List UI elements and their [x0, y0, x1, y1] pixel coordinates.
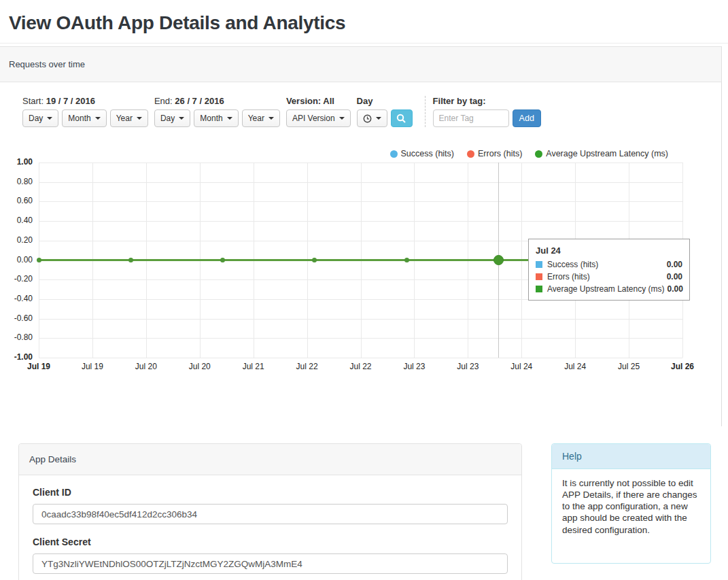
client-id-label: Client ID	[33, 487, 508, 498]
chevron-down-icon	[95, 117, 101, 120]
tooltip-label: Average Upstream Latency (ms)	[547, 284, 665, 294]
tag-filter-group: Filter by tag: Add	[433, 96, 541, 127]
start-date-value: 19 / 7 / 2016	[46, 96, 95, 106]
tag-filter-label: Filter by tag:	[433, 96, 541, 106]
chart-tooltip: Jul 24 Success (hits)0.00 Errors (hits)0…	[528, 239, 690, 301]
data-point[interactable]	[493, 255, 504, 265]
data-point[interactable]	[404, 258, 409, 262]
granularity-group: Day	[357, 96, 413, 127]
tooltip-date: Jul 24	[536, 245, 682, 256]
client-id-field[interactable]	[33, 504, 508, 524]
chevron-down-icon	[376, 117, 381, 120]
client-secret-field[interactable]	[33, 553, 508, 574]
help-panel-header: Help	[552, 444, 710, 469]
y-tick-label: -0.60	[0, 313, 33, 323]
y-tick-label: 0.60	[0, 196, 33, 205]
chart-legend: Success (hits) Errors (hits) Average Ups…	[0, 149, 668, 158]
title-divider	[0, 43, 728, 44]
clock-icon	[363, 114, 372, 123]
chevron-down-icon	[339, 117, 345, 120]
end-month-label: Month	[200, 114, 222, 123]
granularity-dropdown[interactable]	[357, 109, 387, 127]
start-day-dropdown[interactable]: Day	[22, 109, 58, 127]
start-month-dropdown[interactable]: Month	[62, 109, 106, 127]
x-tick-label: Jul 25	[618, 362, 640, 371]
start-label-text: Start:	[22, 96, 44, 106]
start-year-dropdown[interactable]: Year	[110, 109, 148, 127]
start-date-label: Start: 19 / 7 / 2016	[22, 96, 148, 106]
end-day-label: Day	[160, 114, 175, 123]
api-version-dropdown[interactable]: API Version	[286, 109, 351, 127]
y-tick-label: -0.20	[0, 274, 33, 284]
search-button[interactable]	[391, 109, 413, 127]
y-tick-label: 0.40	[0, 216, 33, 225]
y-tick-label: 1.00	[0, 157, 33, 167]
end-month-dropdown[interactable]: Month	[194, 109, 238, 127]
x-tick-label: Jul 24	[510, 362, 532, 371]
x-tick-label: Jul 24	[564, 362, 586, 371]
legend-item-errors: Errors (hits)	[467, 149, 522, 158]
y-tick-label: -1.00	[0, 352, 33, 362]
version-group: Version: All API Version	[286, 96, 351, 127]
tooltip-label: Success (hits)	[547, 260, 664, 269]
legend-label: Errors (hits)	[478, 149, 522, 158]
y-tick-label: 0.80	[0, 177, 33, 186]
end-date-group: End: 26 / 7 / 2016 Day Month Year	[154, 96, 280, 127]
end-label-text: End:	[154, 96, 173, 106]
help-panel: Help It is currently not possible to edi…	[551, 443, 711, 564]
x-tick-label: Jul 21	[243, 362, 264, 371]
y-tick-label: -0.80	[0, 332, 33, 342]
version-label: Version: All	[286, 96, 351, 106]
chevron-down-icon	[268, 117, 274, 120]
app-details-body: Client ID Client Secret	[19, 475, 521, 580]
x-tick-label: Jul 22	[296, 362, 318, 371]
plot-area: Jul 24 Success (hits)0.00 Errors (hits)0…	[39, 163, 682, 358]
tooltip-row-latency: Average Upstream Latency (ms)0.00	[536, 284, 682, 294]
success-legend-dot-icon	[390, 150, 398, 158]
granularity-label: Day	[357, 96, 413, 106]
chevron-down-icon	[47, 117, 52, 120]
tooltip-value: 0.00	[667, 260, 682, 269]
latency-swatch-icon	[536, 286, 542, 292]
chevron-down-icon	[137, 117, 142, 120]
end-date-value: 26 / 7 / 2016	[175, 96, 224, 106]
client-secret-label: Client Secret	[33, 536, 508, 547]
latency-legend-dot-icon	[535, 150, 542, 158]
help-panel-text: It is currently not possible to edit APP…	[552, 469, 710, 563]
data-point[interactable]	[220, 258, 225, 262]
legend-label: Success (hits)	[401, 149, 455, 158]
end-day-dropdown[interactable]: Day	[154, 109, 190, 127]
start-day-label: Day	[29, 114, 43, 123]
requests-panel-body: Start: 19 / 7 / 2016 Day Month Year End:…	[0, 82, 722, 426]
legend-item-success: Success (hits)	[390, 149, 455, 158]
success-swatch-icon	[536, 261, 542, 268]
data-point[interactable]	[312, 258, 317, 262]
x-tick-label: Jul 23	[403, 362, 425, 371]
tooltip-row-errors: Errors (hits)0.00	[536, 272, 682, 282]
app-details-header: App Details	[19, 444, 521, 475]
start-month-label: Month	[68, 114, 90, 123]
x-tick-label: Jul 23	[457, 362, 479, 371]
y-tick-label: 0.20	[0, 235, 33, 245]
tag-input[interactable]	[433, 109, 509, 127]
x-tick-label: Jul 20	[189, 362, 211, 371]
end-year-label: Year	[248, 114, 264, 123]
add-tag-button[interactable]: Add	[513, 109, 541, 127]
tooltip-value: 0.00	[668, 284, 683, 294]
errors-swatch-icon	[536, 273, 542, 280]
requests-over-time-panel: Requests over time Start: 19 / 7 / 2016 …	[0, 46, 722, 426]
data-point[interactable]	[128, 258, 133, 262]
legend-item-latency: Average Upstream Latency (ms)	[535, 149, 668, 158]
requests-panel-header: Requests over time	[0, 46, 722, 82]
legend-label: Average Upstream Latency (ms)	[546, 149, 668, 158]
data-point[interactable]	[37, 258, 41, 262]
end-year-dropdown[interactable]: Year	[242, 109, 280, 127]
chevron-down-icon	[227, 117, 232, 120]
x-tick-label: Jul 19	[27, 362, 50, 371]
start-date-group: Start: 19 / 7 / 2016 Day Month Year	[22, 96, 148, 127]
magnifier-icon	[396, 114, 406, 124]
bottom-row: App Details Client ID Client Secret Help…	[18, 443, 728, 580]
tooltip-label: Errors (hits)	[547, 272, 664, 282]
filter-divider	[425, 96, 426, 127]
chevron-down-icon	[179, 117, 184, 120]
